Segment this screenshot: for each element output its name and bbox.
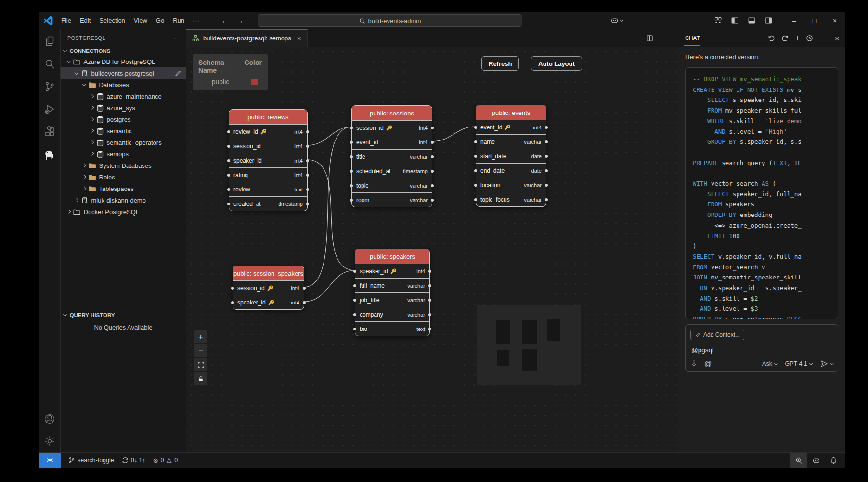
tab-close-icon[interactable]: × xyxy=(297,34,301,42)
history-icon[interactable] xyxy=(806,35,813,42)
menu-selection[interactable]: Selection xyxy=(95,15,129,25)
chat-input-box[interactable]: Add Context... @pgsql @ Ask GPT-4.1 xyxy=(685,324,838,372)
lock-button[interactable] xyxy=(194,372,207,385)
field-sessions-room[interactable]: roomvarchar xyxy=(352,192,432,207)
tree-item-databases[interactable]: Databases xyxy=(61,79,186,90)
tree-item-system-databases[interactable]: System Databases xyxy=(61,160,186,171)
tree-item-azure-maintenance[interactable]: azure_maintenance xyxy=(61,90,186,102)
schema-canvas[interactable]: Schema Name Color public Refresh Auto La… xyxy=(186,47,678,452)
problems-indicator[interactable]: ⊗ 0 ⚠ 0 xyxy=(149,453,181,468)
undo-icon[interactable] xyxy=(768,35,775,42)
tree-item-semops[interactable]: semops xyxy=(61,148,186,160)
field-reviews-review[interactable]: reviewtext xyxy=(229,182,307,196)
tree-item-mluk-diskann-demo[interactable]: mluk-diskann-demo xyxy=(61,194,186,206)
menu-edit[interactable]: Edit xyxy=(76,15,95,25)
table-reviews[interactable]: public: reviewsreview_idint4session_idin… xyxy=(229,109,308,211)
tree-item-postgres[interactable]: postgres xyxy=(61,114,186,125)
tab-chat[interactable]: CHAT xyxy=(684,30,700,46)
tree-item-roles[interactable]: Roles xyxy=(61,171,186,183)
field-reviews-session_id[interactable]: session_idint4 xyxy=(229,139,307,153)
toggle-secondary-sidebar-icon[interactable] xyxy=(764,16,773,25)
branch-indicator[interactable]: search-toggle xyxy=(65,453,118,468)
zoom-status-button[interactable] xyxy=(790,453,807,468)
activity-item-run-debug[interactable] xyxy=(42,102,57,116)
auto-layout-button[interactable]: Auto Layout xyxy=(531,56,582,71)
table-events[interactable]: public: eventsevent_idint4namevarcharsta… xyxy=(476,105,546,207)
field-speakers-job_title[interactable]: job_titlevarchar xyxy=(355,292,429,307)
split-editor-icon[interactable] xyxy=(646,35,653,42)
notifications-button[interactable] xyxy=(825,453,842,468)
back-arrow-icon[interactable]: ← xyxy=(221,16,229,25)
table-sessions[interactable]: public: sessionssession_idint4event_idin… xyxy=(351,105,432,207)
tab-schema-visualization[interactable]: buildevents-postgresql: semops × xyxy=(186,29,308,47)
redo-icon[interactable] xyxy=(781,35,789,42)
microphone-icon[interactable] xyxy=(690,360,698,367)
model-dropdown[interactable]: GPT-4.1 xyxy=(785,360,812,367)
close-button[interactable]: × xyxy=(825,12,845,29)
field-session_speakers-speaker_id[interactable]: speaker_idint4 xyxy=(233,295,304,309)
query-history-header[interactable]: QUERY HISTORY xyxy=(61,310,186,320)
field-sessions-event_id[interactable]: event_idint4 xyxy=(352,135,432,149)
activity-item-search[interactable] xyxy=(42,57,57,71)
legend-color-swatch[interactable] xyxy=(251,79,258,85)
field-sessions-topic[interactable]: topicvarchar xyxy=(352,178,432,192)
field-reviews-created_at[interactable]: created_attimestamp xyxy=(229,196,307,211)
sidebar-more-button[interactable]: ··· xyxy=(172,35,179,41)
activity-item-explorer[interactable] xyxy=(42,34,57,49)
edit-pencil-icon[interactable] xyxy=(175,70,181,76)
field-events-event_id[interactable]: event_idint4 xyxy=(476,120,546,134)
minimize-button[interactable]: – xyxy=(784,12,804,29)
refresh-button[interactable]: Refresh xyxy=(481,56,519,71)
zoom-in-button[interactable]: + xyxy=(194,330,207,343)
fit-view-button[interactable] xyxy=(194,358,207,371)
field-reviews-review_id[interactable]: review_idint4 xyxy=(229,124,307,139)
field-sessions-title[interactable]: titlevarchar xyxy=(352,149,432,164)
field-sessions-scheduled_at[interactable]: scheduled_attimestamp xyxy=(352,164,432,178)
chat-input-value[interactable]: @pgsql xyxy=(691,346,832,354)
field-speakers-bio[interactable]: biotext xyxy=(355,321,429,336)
activity-item-postgresql[interactable] xyxy=(42,147,57,162)
minimap[interactable] xyxy=(477,305,581,385)
copilot-menu[interactable] xyxy=(610,16,623,25)
customize-layout-icon[interactable] xyxy=(714,16,722,25)
field-events-name[interactable]: namevarchar xyxy=(476,134,546,149)
field-speakers-company[interactable]: companyvarchar xyxy=(355,307,429,321)
tree-item-buildevents-postgresql[interactable]: buildevents-postgresql xyxy=(61,67,186,79)
menu-go[interactable]: Go xyxy=(152,15,168,25)
table-session_speakers[interactable]: public: session_speakerssession_idint4sp… xyxy=(233,266,304,310)
field-events-end_date[interactable]: end_datedate xyxy=(476,163,546,178)
table-speakers[interactable]: public: speakersspeaker_idint4full_namev… xyxy=(355,249,430,336)
sql-code-block[interactable]: -- DROP VIEW mv_semantic_speak CREATE VI… xyxy=(685,67,838,319)
menu-overflow-button[interactable]: ··· xyxy=(189,15,204,25)
toggle-panel-icon[interactable] xyxy=(748,16,756,25)
sync-indicator[interactable]: 0↓ 1↑ xyxy=(118,453,149,468)
menu-run[interactable]: Run xyxy=(168,15,189,25)
field-sessions-session_id[interactable]: session_idint4 xyxy=(352,120,432,135)
activity-item-settings[interactable] xyxy=(42,434,57,448)
add-context-button[interactable]: Add Context... xyxy=(690,330,744,340)
command-center-search[interactable]: build-events-admin xyxy=(258,14,522,27)
menu-file[interactable]: File xyxy=(57,15,76,25)
mention-button[interactable]: @ xyxy=(704,359,712,368)
chat-close-icon[interactable]: × xyxy=(835,34,839,42)
tree-item-semantic-operators[interactable]: semantic_operators xyxy=(61,137,186,148)
editor-more-button[interactable]: ··· xyxy=(661,34,670,42)
send-dropdown[interactable] xyxy=(820,360,833,368)
tree-item-semantic[interactable]: semantic xyxy=(61,125,186,137)
remote-indicator[interactable]: >< xyxy=(39,453,61,468)
copilot-status-button[interactable] xyxy=(807,453,825,468)
field-session_speakers-session_id[interactable]: session_idint4 xyxy=(233,280,304,295)
tree-item-azure-sys[interactable]: azure_sys xyxy=(61,102,186,114)
new-chat-button[interactable]: + xyxy=(795,33,800,43)
field-reviews-rating[interactable]: ratingint4 xyxy=(229,167,307,182)
zoom-out-button[interactable]: − xyxy=(194,344,207,357)
forward-arrow-icon[interactable]: → xyxy=(236,16,244,25)
menu-view[interactable]: View xyxy=(130,15,152,25)
field-speakers-speaker_id[interactable]: speaker_idint4 xyxy=(355,264,429,278)
chat-more-button[interactable]: ··· xyxy=(819,34,829,42)
maximize-button[interactable]: □ xyxy=(804,12,825,29)
tree-item-azure-db-for-postgresql[interactable]: Azure DB for PostgreSQL xyxy=(61,56,186,67)
field-events-topic_focus[interactable]: topic_focusvarchar xyxy=(476,192,546,206)
connections-section-header[interactable]: CONNECTIONS xyxy=(61,46,186,56)
field-events-start_date[interactable]: start_datedate xyxy=(476,149,546,163)
